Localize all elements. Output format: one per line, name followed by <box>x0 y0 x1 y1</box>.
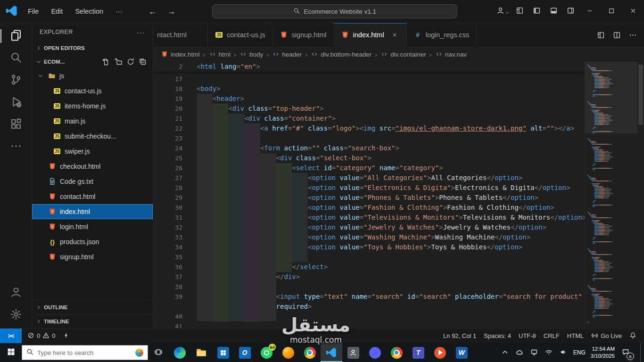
minimize-button[interactable] <box>579 0 601 23</box>
tree-item-js[interactable]: js <box>32 68 153 83</box>
menu-file[interactable]: File <box>23 5 44 17</box>
minimap-slider[interactable] <box>585 62 637 133</box>
code-line-40[interactable]: 40 <box>153 312 585 321</box>
forward-button[interactable]: → <box>167 7 176 16</box>
zap-status[interactable] <box>59 332 74 340</box>
taskbar-firefox-icon[interactable] <box>277 343 299 362</box>
code-line-18[interactable]: 18<body> <box>153 84 585 94</box>
code-line-30[interactable]: 30 <option value="Fashion & Clothing">Fa… <box>153 203 585 213</box>
collapse-folders-icon[interactable] <box>139 58 147 66</box>
profiles-icon[interactable] <box>489 4 511 19</box>
breadcrumb-item-div.bottom-header[interactable]: div.bottom-header <box>311 50 372 58</box>
tab-index.html[interactable]: index.html <box>334 23 407 47</box>
code-line-24[interactable]: 24 <form action="" class="search-box"> <box>153 143 585 153</box>
code-line-17[interactable]: 17 <box>153 74 585 84</box>
minimap[interactable] <box>585 62 637 328</box>
notifications-bell[interactable] <box>626 332 640 340</box>
problems-status[interactable]: 0 0 <box>24 332 59 340</box>
cursor-position[interactable]: Ln 92, Col 1 <box>439 332 480 339</box>
taskbar-vscode-icon[interactable] <box>321 343 342 362</box>
refresh-explorer-icon[interactable] <box>126 58 135 66</box>
back-button[interactable]: ← <box>149 7 157 16</box>
layout-toggle-icon[interactable] <box>596 30 605 40</box>
tree-item-login.html[interactable]: login.html <box>32 219 153 234</box>
scrollbar-thumb[interactable] <box>638 65 643 125</box>
language-mode[interactable]: HTML <box>563 332 587 339</box>
code-line-23[interactable]: 23 <box>153 133 585 143</box>
code-line-19[interactable]: 19 <header> <box>153 94 585 104</box>
code-line-31[interactable]: 31 <option value="Televisions & Monitors… <box>153 213 585 222</box>
maximize-button[interactable] <box>601 0 622 23</box>
code-line-41[interactable]: 41 <box>153 321 585 328</box>
taskbar-store-icon[interactable] <box>212 343 234 362</box>
tree-item-checkout.html[interactable]: checkout.html <box>32 159 153 174</box>
action-center-icon[interactable]: 6 <box>620 347 631 358</box>
command-center-search[interactable]: Ecommerce Website v1.1 <box>212 4 457 18</box>
tray-expand-icon[interactable] <box>500 348 510 357</box>
project-section[interactable]: ECOM... <box>32 55 153 68</box>
network-icon[interactable] <box>529 348 539 357</box>
close-tab-icon[interactable] <box>390 30 399 40</box>
code-line-34[interactable]: 34 <option value="Toys & Hobbies">Toys &… <box>153 242 585 252</box>
encoding-status[interactable]: UTF-8 <box>515 332 540 339</box>
taskbar-media-icon[interactable] <box>429 343 451 362</box>
split-editor-icon[interactable] <box>612 30 621 40</box>
tree-item-signup.html[interactable]: signup.html <box>32 249 153 264</box>
account-icon[interactable] <box>0 282 32 304</box>
explorer-more-icon[interactable]: ··· <box>137 28 145 36</box>
taskbar-clock[interactable]: 12:54 AM 3/10/2025 <box>591 346 615 360</box>
input-language[interactable]: ENG <box>573 349 586 356</box>
explorer-icon[interactable] <box>0 25 32 47</box>
toggle-sidebar-icon[interactable] <box>528 4 545 19</box>
tree-item-contact.html[interactable]: contact.html <box>32 189 153 204</box>
task-view-icon[interactable] <box>148 343 169 362</box>
tab-contact-us.js[interactable]: JScontact-us.js <box>208 23 272 47</box>
code-line-21[interactable]: 21 <div class="container"> <box>153 114 585 123</box>
tree-item-products.json[interactable]: {}products.json <box>32 234 153 249</box>
code-line-20[interactable]: 20 <div class="top-header"> <box>153 104 585 114</box>
new-file-icon[interactable] <box>102 58 110 66</box>
code-line-32[interactable]: 32 <option value="Jewelry & Watches">Jew… <box>153 222 585 232</box>
code-line-25[interactable]: 25 <div class="select-box"> <box>153 153 585 163</box>
menu-edit[interactable]: Edit <box>46 5 68 17</box>
code-line-39[interactable]: 39 <input type="text" name="search" id="… <box>153 292 585 302</box>
tree-item-submit-checkou...[interactable]: JSsubmit-checkou... <box>32 129 153 144</box>
taskbar-file-explorer-icon[interactable] <box>190 343 212 362</box>
toggle-secondary-sidebar-icon[interactable] <box>562 4 579 19</box>
run-debug-icon[interactable] <box>0 91 32 114</box>
breadcrumb-item-html[interactable]: html <box>209 50 231 58</box>
code-line-35[interactable]: 35 <box>153 252 585 262</box>
breadcrumb-item-index.html[interactable]: index.html <box>161 50 200 58</box>
taskbar-whatsapp-icon[interactable]: 64 <box>256 343 277 362</box>
tree-item-Codegs.txt[interactable]: Code gs.txt <box>32 174 153 189</box>
source-control-icon[interactable] <box>0 69 32 91</box>
onedrive-cloud-icon[interactable] <box>515 348 524 357</box>
code-line-2[interactable]: 2<html lang="en"> <box>153 62 585 72</box>
start-button[interactable] <box>0 343 22 362</box>
breadcrumb-item-body[interactable]: body <box>239 50 263 58</box>
breadcrumb-item-div.container[interactable]: div.container <box>380 50 426 58</box>
taskbar-search[interactable] <box>22 345 148 360</box>
code-line-38[interactable]: 38 <box>153 282 585 292</box>
show-desktop-strip[interactable] <box>640 343 643 362</box>
indentation-status[interactable]: Spaces: 4 <box>480 332 515 339</box>
outline-section[interactable]: OUTLINE <box>32 300 153 314</box>
tree-item-swiper.js[interactable]: JSswiper.js <box>32 144 153 159</box>
tree-item-contact-us.js[interactable]: JScontact-us.js <box>32 83 153 99</box>
more-actions-icon[interactable] <box>628 30 637 40</box>
breadcrumb-item-nav.nav[interactable]: nav.nav <box>435 50 467 58</box>
settings-gear-icon[interactable] <box>0 304 32 326</box>
remote-indicator[interactable]: >< <box>0 329 22 343</box>
taskbar-chrome-alt-icon[interactable] <box>386 343 407 362</box>
go-live-button[interactable]: Go Live <box>587 332 626 340</box>
breadcrumb-item-header[interactable]: header <box>272 50 302 58</box>
open-editors-section[interactable]: OPEN EDITORS <box>32 41 153 55</box>
code-editor[interactable]: 2<html lang="en">1718<body>19 <header>20… <box>153 62 585 328</box>
code-line-22[interactable]: 22 <a href="#" class="logo"><img src="im… <box>153 123 585 133</box>
code-line-28[interactable]: 28 <option value="Electronics & Digita">… <box>153 183 585 193</box>
new-folder-icon[interactable] <box>114 58 123 66</box>
editor-scrollbar[interactable] <box>637 62 644 328</box>
taskbar-edge-icon[interactable] <box>169 343 190 362</box>
taskbar-discord-icon[interactable] <box>364 343 386 362</box>
menu-selection[interactable]: Selection <box>70 5 108 17</box>
